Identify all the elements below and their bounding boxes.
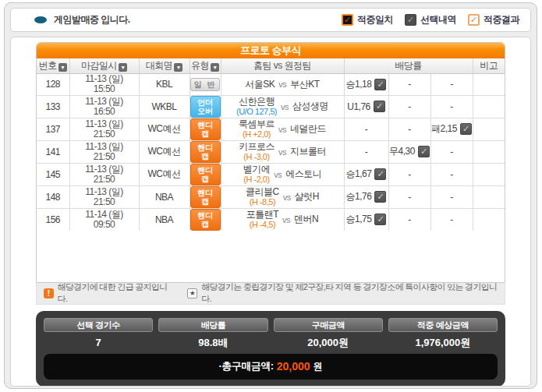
odds-lose-cell: - bbox=[430, 208, 473, 231]
odds-win-cell: 승1,18✓ bbox=[344, 73, 388, 95]
type-badge: 언더오버 bbox=[190, 96, 221, 118]
top-status-bar: 게임발매중 입니다. ✓ 적중일치 ✓ 선택내역 ✓ 적중결과 bbox=[10, 8, 531, 32]
odds-win-cell: - bbox=[344, 140, 388, 163]
status-dot-icon bbox=[34, 16, 47, 23]
odds-checkbox[interactable]: ✓ bbox=[374, 191, 386, 203]
note-cell bbox=[473, 73, 505, 95]
odds-checkbox[interactable]: ✓ bbox=[374, 214, 386, 225]
type-cell: 핸디캡 bbox=[190, 163, 221, 185]
sort-icon[interactable]: ▼ bbox=[211, 63, 219, 72]
type-badge: 핸디캡 bbox=[190, 209, 221, 231]
odds-win-cell: 승1,67✓ bbox=[344, 163, 388, 185]
hit-result-checkbox[interactable]: ✓ bbox=[468, 14, 480, 26]
summary-label-expected: 적중 예상금액 bbox=[388, 318, 498, 332]
deadline-cell: 11-13 (일)15:50 bbox=[69, 73, 139, 95]
total-suffix: 원 bbox=[314, 360, 323, 373]
deadline-cell: 11-14 (월)09:50 bbox=[69, 208, 139, 231]
odds-draw-cell: - bbox=[388, 95, 430, 118]
header-number: 번호▼ bbox=[37, 58, 69, 73]
table-title: 프로토 승부식 bbox=[37, 43, 505, 58]
header-note: 비고 bbox=[473, 58, 505, 73]
summary-label-amount: 구매금액 bbox=[274, 318, 383, 332]
total-label: ·총구매금액: bbox=[219, 359, 274, 373]
page-frame: 게임발매중 입니다. ✓ 적중일치 ✓ 선택내역 ✓ 적중결과 프로토 승부식 bbox=[4, 2, 537, 389]
header-deadline: 마감일시▼ bbox=[69, 58, 139, 73]
odds-lose-cell: - bbox=[430, 95, 473, 118]
type-badge: 핸디캡 bbox=[190, 164, 221, 185]
hit-match-checkbox[interactable]: ✓ bbox=[342, 14, 353, 26]
odds-checkbox[interactable]: ✓ bbox=[374, 101, 385, 112]
league-cell: KBL bbox=[139, 73, 190, 95]
game-number-cell: 145 bbox=[37, 163, 69, 185]
legend-item-hit-match[interactable]: ✓ 적중일치 bbox=[342, 13, 393, 26]
note-cell bbox=[473, 163, 505, 185]
odds-checkbox[interactable]: ✓ bbox=[374, 168, 386, 180]
legend-label: 선택내역 bbox=[420, 13, 456, 26]
bet-summary: 선택 경기수 배당률 구매금액 적중 예상금액 7 98.8배 20,000원 … bbox=[36, 311, 505, 387]
header-type: 유형▼ bbox=[190, 58, 221, 73]
legend-label: 적중일치 bbox=[357, 13, 393, 26]
matchup-cell: 키프로스(H -3,0) vs 지브롤터 bbox=[221, 140, 344, 163]
main-panel: 프로토 승부식 번호▼ 마감일시▼ 대회명▼ 유형▼ 홈팀 vs 원정팀 배당률… bbox=[10, 37, 531, 387]
star-icon: ★ bbox=[187, 288, 197, 298]
type-cell: 언더오버 bbox=[190, 95, 221, 118]
notice-bar: ! 해당경기에 대한 긴급 공지입니다. ★ 해당경기는 중립경기장 및 제2구… bbox=[36, 283, 505, 305]
odds-draw-cell: - bbox=[388, 163, 430, 185]
summary-value-odds: 98.8배 bbox=[158, 335, 267, 351]
odds-checkbox[interactable]: ✓ bbox=[374, 79, 386, 90]
game-number-cell: 133 bbox=[37, 95, 69, 118]
matchup-cell: 벨기에(H -2,0) vs 에스토니 bbox=[221, 163, 344, 185]
matchup-cell: 신한은행(U/O 127,5) vs 삼성생명 bbox=[221, 95, 344, 118]
matchup-cell: 클리블C(H -8,5) vs 샬럿H bbox=[221, 185, 344, 208]
legend-item-hit-result[interactable]: ✓ 적중결과 bbox=[468, 13, 519, 26]
odds-draw-cell: - bbox=[388, 73, 430, 95]
note-cell bbox=[473, 185, 505, 208]
type-badge: 일 반 bbox=[190, 78, 221, 91]
deadline-cell: 11-13 (일)21:50 bbox=[69, 118, 139, 140]
type-cell: 핸디캡 bbox=[190, 140, 221, 163]
sale-status-text: 게임발매중 입니다. bbox=[54, 13, 130, 26]
summary-label-odds: 배당률 bbox=[158, 318, 267, 332]
odds-checkbox[interactable]: ✓ bbox=[460, 123, 472, 135]
summary-value-amount: 20,000원 bbox=[274, 335, 383, 351]
game-row: 145 11-13 (일)21:50 WC예선 핸디캡 벨기에(H -2,0) … bbox=[37, 163, 505, 185]
type-cell: 핸디캡 bbox=[190, 118, 221, 140]
selection-checkbox[interactable]: ✓ bbox=[405, 14, 416, 26]
table-header-row: 번호▼ 마감일시▼ 대회명▼ 유형▼ 홈팀 vs 원정팀 배당률 비고 bbox=[37, 58, 505, 73]
game-number-cell: 141 bbox=[37, 140, 69, 163]
league-cell: NBA bbox=[139, 185, 190, 208]
game-number-cell: 128 bbox=[37, 73, 69, 95]
league-cell: NBA bbox=[139, 208, 190, 231]
odds-draw-cell: - bbox=[388, 185, 430, 208]
note-cell bbox=[473, 95, 505, 118]
sort-icon[interactable]: ▼ bbox=[174, 63, 182, 72]
type-cell: 핸디캡 bbox=[190, 185, 221, 208]
odds-draw-cell: - bbox=[388, 118, 430, 140]
table-filler bbox=[37, 231, 505, 282]
odds-checkbox[interactable]: ✓ bbox=[418, 146, 430, 157]
odds-win-cell: - bbox=[344, 118, 388, 140]
game-row: 156 11-14 (월)09:50 NBA 핸디캡 포틀랜T(H -4,5) … bbox=[37, 208, 505, 231]
sort-icon[interactable]: ▼ bbox=[58, 63, 67, 72]
odds-lose-cell: - bbox=[430, 140, 473, 163]
sale-status: 게임발매중 입니다. bbox=[34, 13, 130, 26]
sort-icon[interactable]: ▼ bbox=[119, 63, 127, 72]
game-number-cell: 148 bbox=[37, 185, 69, 208]
legend-item-selection[interactable]: ✓ 선택내역 bbox=[405, 13, 456, 26]
deadline-cell: 11-13 (일)21:50 bbox=[69, 163, 139, 185]
matchup-cell: 룩셈부르(H +2,0) vs 네덜란드 bbox=[221, 118, 344, 140]
exclamation-icon: ! bbox=[44, 288, 54, 298]
odds-win-cell: 승1,75✓ bbox=[344, 208, 388, 231]
deadline-cell: 11-13 (일)21:50 bbox=[69, 140, 139, 163]
game-row: 141 11-13 (일)21:50 WC예선 핸디캡 키프로스(H -3,0)… bbox=[37, 140, 505, 163]
league-cell: WC예선 bbox=[139, 140, 190, 163]
odds-win-cell: 승1,76✓ bbox=[344, 185, 388, 208]
games-tbody: 128 11-13 (일)15:50 KBL 일 반 서울SK vs 부산KT … bbox=[37, 73, 505, 231]
summary-value-games: 7 bbox=[44, 335, 153, 351]
total-purchase-bar: ·총구매금액: 20,000 원 bbox=[44, 354, 498, 380]
odds-draw-cell: 무4,30✓ bbox=[388, 140, 430, 163]
result-legend: ✓ 적중일치 ✓ 선택내역 ✓ 적중결과 bbox=[342, 13, 519, 26]
note-cell bbox=[473, 208, 505, 231]
type-badge: 핸디캡 bbox=[190, 118, 221, 140]
odds-win-cell: U1,76✓ bbox=[344, 95, 388, 118]
